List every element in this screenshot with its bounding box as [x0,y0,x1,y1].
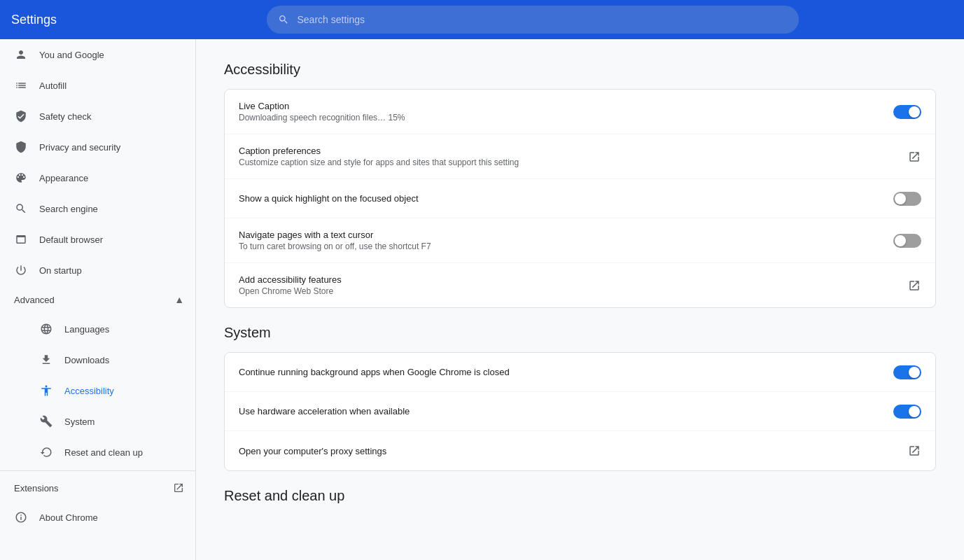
person-icon [14,48,28,62]
sidebar-label: Privacy and security [39,142,120,153]
live-caption-content: Live Caption Downloading speech recognit… [239,101,882,122]
quick-highlight-title: Show a quick highlight on the focused ob… [239,193,882,204]
advanced-sub-items: Languages Downloads Accessibility System [0,314,195,468]
search-engine-icon [14,202,28,216]
default-browser-icon [14,232,28,246]
live-caption-toggle-wrap [893,105,921,119]
text-cursor-row: Navigate pages with a text cursor To tur… [225,218,935,263]
sidebar-divider [0,470,195,471]
external-link-icon [173,482,184,493]
sidebar-item-search-engine[interactable]: Search engine [0,193,195,224]
sidebar-label: About Chrome [39,512,98,523]
hardware-accel-title: Use hardware acceleration when available [239,406,882,416]
caption-prefs-row[interactable]: Caption preferences Customize caption si… [225,134,935,179]
system-section-title: System [224,325,936,341]
live-caption-subtitle: Downloading speech recognition files… 15… [239,113,882,122]
sidebar-label: Reset and clean up [64,447,143,458]
search-input[interactable] [298,14,788,25]
sidebar-item-downloads[interactable]: Downloads [0,344,195,375]
reset-icon [39,445,53,459]
system-card: Continue running background apps when Go… [224,352,936,471]
sidebar-item-accessibility[interactable]: Accessibility [0,375,195,406]
background-apps-row: Continue running background apps when Go… [225,353,935,392]
text-cursor-toggle[interactable] [893,234,921,248]
sidebar-label: Languages [64,324,109,335]
sidebar-label: Default browser [39,234,103,245]
sidebar-label: Safety check [39,111,91,122]
sidebar-item-autofill[interactable]: Autofill [0,70,195,101]
sidebar-label: Extensions [14,483,59,493]
main-layout: You and Google Autofill Safety check Pri… [0,39,964,560]
about-icon [14,510,28,524]
sidebar-label: Appearance [39,173,88,183]
text-cursor-title: Navigate pages with a text cursor [239,230,882,240]
chevron-up-icon: ▲ [174,294,184,305]
caption-prefs-content: Caption preferences Customize caption si… [239,146,896,167]
background-apps-toggle[interactable] [893,365,921,379]
search-bar[interactable] [267,6,799,34]
add-accessibility-action [907,279,921,293]
sidebar-item-languages[interactable]: Languages [0,314,195,344]
add-accessibility-subtitle: Open Chrome Web Store [239,286,896,296]
text-cursor-toggle-wrap [893,234,921,248]
sidebar-item-default-browser[interactable]: Default browser [0,224,195,255]
on-startup-icon [14,263,28,277]
accessibility-card: Live Caption Downloading speech recognit… [224,89,936,308]
sidebar-item-reset-cleanup[interactable]: Reset and clean up [0,437,195,468]
hardware-accel-toggle[interactable] [893,405,921,419]
app-title: Settings [11,13,95,27]
privacy-icon [14,140,28,154]
hardware-accel-row: Use hardware acceleration when available [225,392,935,431]
caption-prefs-subtitle: Customize caption size and style for app… [239,158,896,167]
external-link-icon [907,279,921,293]
proxy-settings-content: Open your computer's proxy settings [239,446,896,456]
accessibility-section-title: Accessibility [224,62,936,78]
sidebar-item-appearance[interactable]: Appearance [0,162,195,193]
live-caption-row: Live Caption Downloading speech recognit… [225,90,935,134]
autofill-icon [14,78,28,92]
sidebar-item-you-and-google[interactable]: You and Google [0,39,195,70]
proxy-settings-title: Open your computer's proxy settings [239,446,896,456]
sidebar-item-system[interactable]: System [0,406,195,437]
search-icon [278,14,289,25]
hardware-accel-toggle-wrap [893,405,921,419]
sidebar-item-safety-check[interactable]: Safety check [0,101,195,132]
add-accessibility-title: Add accessibility features [239,274,896,285]
accessibility-icon [39,384,53,398]
sidebar-label: System [64,416,95,427]
live-caption-toggle[interactable] [893,105,921,119]
sidebar-item-extensions[interactable]: Extensions [0,474,195,502]
text-cursor-subtitle: To turn caret browsing on or off, use th… [239,241,882,251]
reset-cleanup-section-title: Reset and clean up [224,488,936,504]
app-header: Settings [0,0,964,39]
main-content: Accessibility Live Caption Downloading s… [196,39,964,560]
external-link-icon [907,150,921,164]
hardware-accel-content: Use hardware acceleration when available [239,406,882,416]
advanced-section-header[interactable]: Advanced ▲ [0,286,195,314]
sidebar-item-privacy-security[interactable]: Privacy and security [0,132,195,162]
sidebar-label: You and Google [39,50,104,60]
sidebar-item-about-chrome[interactable]: About Chrome [0,502,195,533]
sidebar-label: Search engine [39,204,98,214]
background-apps-title: Continue running background apps when Go… [239,367,882,377]
quick-highlight-toggle[interactable] [893,192,921,206]
sidebar-item-on-startup[interactable]: On startup [0,255,195,286]
system-icon [39,414,53,428]
live-caption-title: Live Caption [239,101,882,111]
downloads-icon [39,353,53,367]
add-accessibility-content: Add accessibility features Open Chrome W… [239,274,896,296]
quick-highlight-row: Show a quick highlight on the focused ob… [225,179,935,218]
proxy-settings-action [907,444,921,458]
proxy-settings-row[interactable]: Open your computer's proxy settings [225,431,935,470]
caption-prefs-action [907,150,921,164]
sidebar-label: Accessibility [64,386,114,396]
sidebar-label: Advanced [14,295,55,305]
caption-prefs-title: Caption preferences [239,146,896,156]
quick-highlight-content: Show a quick highlight on the focused ob… [239,193,882,204]
add-accessibility-row[interactable]: Add accessibility features Open Chrome W… [225,263,935,307]
sidebar-label: Autofill [39,80,67,91]
sidebar-label: On startup [39,265,82,276]
appearance-icon [14,171,28,185]
text-cursor-content: Navigate pages with a text cursor To tur… [239,230,882,251]
safety-check-icon [14,109,28,123]
